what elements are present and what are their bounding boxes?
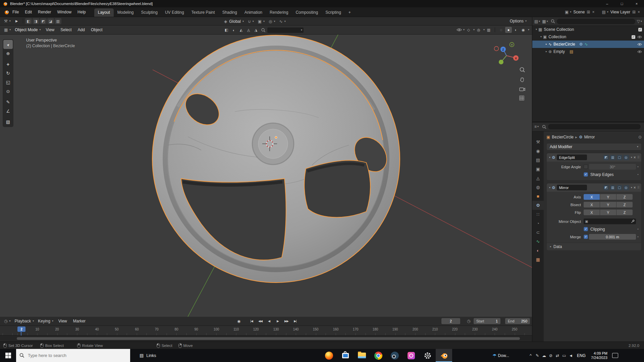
steam-icon[interactable] [386, 349, 403, 362]
search-icon[interactable] [261, 28, 266, 33]
taskbar-widget[interactable]: ☂ Dow... [492, 349, 509, 362]
disclosure-icon[interactable]: ▾ [536, 28, 537, 31]
3d-viewport-canvas[interactable]: User Perspective (2) Collection | Bezier… [0, 35, 532, 317]
edge-angle-value[interactable]: 30° [589, 164, 636, 170]
display-edit-mode-toggle[interactable]: ▥ [610, 155, 615, 160]
viewport-header-dropdown[interactable]: ▾ [267, 27, 304, 33]
menu-help[interactable]: Help [74, 10, 89, 14]
auto-keying-icon[interactable]: ◉ [235, 318, 243, 324]
tab-animation[interactable]: Animation [241, 8, 266, 17]
transform-tool[interactable]: ⊙ [3, 87, 13, 96]
axis-z-button[interactable]: Z [616, 194, 633, 200]
visibility-eye-icon[interactable] [457, 28, 462, 32]
tab-particles[interactable]: ∷ [532, 210, 544, 219]
start-button[interactable] [0, 349, 16, 362]
hide-eye-icon[interactable] [637, 50, 642, 53]
add-workspace-button[interactable]: + [345, 8, 355, 17]
show-hidden-icons-chevron[interactable]: ^ [527, 353, 534, 358]
add-cube-tool[interactable]: ▧ [3, 117, 13, 126]
tab-constraints[interactable]: ⊂ [532, 228, 544, 237]
new-scene-icon[interactable]: ⊞ [587, 10, 590, 14]
playback-menu[interactable]: Playback ▾ [13, 318, 36, 324]
panel-collapse-icon[interactable]: ▾ [549, 186, 550, 189]
gizmo-neg-x-ball[interactable] [494, 47, 499, 51]
settings-gear-icon[interactable] [419, 349, 436, 362]
firefox-icon[interactable] [321, 349, 337, 362]
playhead[interactable]: 2 [17, 326, 25, 332]
menu-render[interactable]: Render [35, 10, 54, 14]
edgesplit-panel-header[interactable]: ▾ ⚙ EdgeSplit ◩ ▥ ▢ ◎ ▾ × ⠿ [547, 153, 641, 162]
bisect-x-button[interactable]: X [584, 202, 600, 207]
annotate-tool[interactable]: ✎ [3, 98, 13, 107]
flip-y-button[interactable]: Y [600, 209, 616, 215]
tab-material[interactable]: ◐ [532, 246, 544, 255]
select-mode-extend-icon[interactable]: ◨ [33, 18, 39, 24]
drag-handle-icon[interactable]: ⠿ [637, 156, 640, 159]
play-reverse-button[interactable]: ◀ [265, 318, 273, 324]
modifier-name-field[interactable]: Mirror [557, 185, 587, 190]
tab-view-layer[interactable]: ▣ [532, 165, 544, 174]
timeline-ruler[interactable]: 10 20 30 40 50 60 70 80 90 100 110 120 1… [0, 326, 532, 336]
tab-sculpting[interactable]: Sculpting [138, 8, 161, 17]
steering-wheel-object[interactable] [0, 35, 532, 317]
panel-collapse-icon[interactable]: ▾ [549, 156, 550, 159]
tab-texture[interactable]: ▦ [532, 255, 544, 264]
tab-scripting[interactable]: Scripting [322, 8, 345, 17]
clipping-checkbox[interactable]: ✓ [584, 227, 588, 231]
shading-rendered-icon[interactable]: ◉ [520, 27, 527, 33]
flip-z-button[interactable]: Z [616, 209, 633, 215]
display-mode-icon[interactable]: ▦ [542, 19, 546, 23]
usb-icon[interactable]: ⇄ [554, 353, 561, 358]
blender-menu-icon[interactable] [3, 9, 9, 15]
cursor-tool[interactable]: ⊕ [3, 49, 13, 58]
hide-eye-icon[interactable] [637, 43, 642, 46]
display-on-cage-toggle[interactable]: ◩ [603, 155, 609, 160]
camera-view-icon[interactable] [519, 87, 525, 92]
current-frame-field[interactable]: 2 [441, 318, 460, 324]
tab-uv-editing[interactable]: UV Editing [161, 8, 188, 17]
tab-object-data[interactable]: ∿ [532, 237, 544, 246]
display-render-toggle[interactable]: ◎ [624, 185, 629, 190]
scale-tool[interactable]: ◱ [3, 78, 13, 87]
display-on-cage-toggle[interactable]: ◩ [603, 185, 609, 190]
outliner-row-collection[interactable]: ▾ ▣ Collection ✓ [532, 33, 644, 41]
exclude-checkbox[interactable]: ✓ [638, 28, 642, 32]
close-button[interactable]: × [629, 0, 644, 7]
menu-object[interactable]: Object [88, 27, 106, 32]
bisect-y-button[interactable]: Y [600, 202, 616, 207]
viewport-toggle-icon[interactable]: ◮ [253, 27, 259, 33]
xray-toggle-icon[interactable]: ▥ [485, 27, 492, 33]
editor-type-selector[interactable]: ⚒ ▾ [2, 18, 13, 24]
keying-menu[interactable]: Keying ▾ [36, 318, 55, 324]
tab-layout[interactable]: Layout [94, 8, 114, 17]
menu-select[interactable]: Select [57, 27, 74, 32]
properties-editor-icon[interactable]: ≡ [534, 125, 537, 129]
chrome-icon[interactable] [370, 349, 386, 362]
volume-icon[interactable]: ◄ [568, 353, 574, 358]
use-preview-range-icon[interactable]: ◷ [467, 319, 470, 323]
network-icon[interactable]: ▭ [561, 353, 568, 358]
edge-angle-checkbox[interactable] [584, 165, 588, 169]
merge-value-field[interactable]: 0.001 m [589, 234, 636, 240]
select-mode-invert-icon[interactable]: ◪ [47, 18, 54, 24]
search-input[interactable] [27, 353, 127, 358]
menu-window[interactable]: Window [54, 10, 74, 14]
timeline-view-menu[interactable]: View [55, 319, 70, 323]
tab-compositing[interactable]: Compositing [292, 8, 322, 17]
maximize-button[interactable]: □ [614, 0, 629, 7]
tab-render[interactable]: ◉ [532, 146, 544, 156]
security-icon[interactable]: ⊘ [547, 353, 554, 358]
filter-funnel-icon[interactable]: ▽ [637, 19, 640, 23]
tab-world[interactable]: ◍ [532, 183, 544, 192]
tab-scene[interactable]: ◬ [532, 174, 544, 183]
animate-dot[interactable]: • [636, 235, 640, 239]
sharp-edges-checkbox[interactable]: ✓ [584, 172, 588, 177]
next-keyframe-button[interactable]: ▶▶ [282, 318, 290, 324]
unlink-scene-icon[interactable]: × [592, 10, 594, 14]
axis-y-button[interactable]: Y [600, 194, 616, 200]
onedrive-icon[interactable]: ☁ [541, 353, 547, 358]
display-render-toggle[interactable]: ◎ [624, 155, 629, 160]
pan-hand-icon[interactable] [519, 77, 525, 83]
tab-modeling[interactable]: Modeling [114, 8, 138, 17]
new-view-layer-icon[interactable]: ⊞ [632, 10, 636, 14]
